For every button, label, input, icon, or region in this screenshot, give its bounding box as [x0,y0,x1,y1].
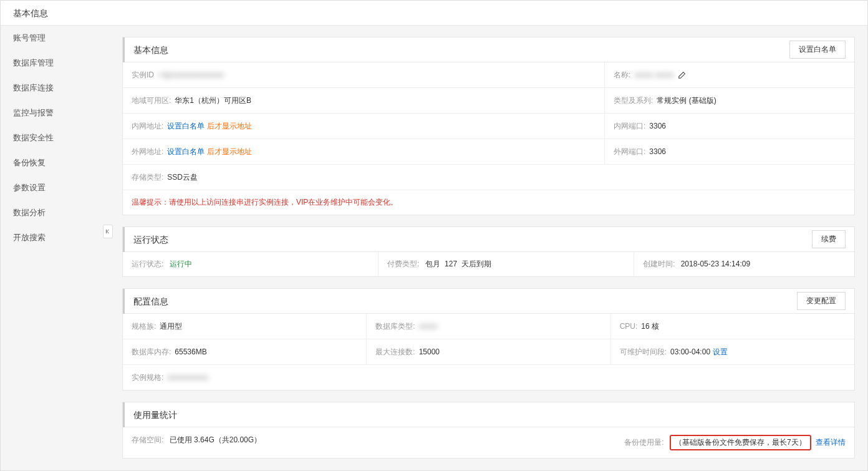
spec-label: 实例规格: [132,372,163,383]
extranet-port-value: 3306 [649,147,666,156]
paytype-suffix: 天后到期 [461,260,491,268]
section-basic-title: 基本信息 [123,37,168,62]
name-label: 名称: [614,70,630,80]
maint-label: 可维护时间段: [620,347,667,357]
type-value: 常规实例 (基础版) [657,95,716,106]
maint-value: 03:00-04:00 [670,347,710,356]
spec-value: xxxxxxxxxxx [167,373,208,382]
family-label: 规格族: [132,321,156,332]
sidebar-item-dbconn[interactable]: 数据库连接 [1,75,110,100]
sidebar-item-opensearch[interactable]: 开放搜索 [1,225,110,250]
edit-icon[interactable] [678,70,687,79]
sidebar-item-database[interactable]: 数据库管理 [1,51,110,75]
maint-set-link[interactable]: 设置 [713,347,728,357]
sidebar-item-params[interactable]: 参数设置 [1,175,110,200]
usage-storage-label: 存储空间: [132,435,163,444]
maxconn-label: 最大连接数: [375,347,415,357]
intranet-port-value: 3306 [649,122,666,130]
run-status-label: 运行状态: [132,260,163,268]
extranet-whitelist-link[interactable]: 设置白名单 [167,147,205,157]
intranet-addr-label: 内网地址: [132,121,163,132]
section-usage-title: 使用量统计 [123,402,177,427]
backup-note: （基础版备份文件免费保存，最长7天） [675,438,806,447]
extranet-port-label: 外网端口: [614,147,645,157]
cpu-label: CPU: [620,322,638,331]
intranet-port-label: 内网端口: [614,121,645,132]
intranet-whitelist-link[interactable]: 设置白名单 [167,121,205,132]
cpu-value: 16 核 [641,321,659,332]
extranet-addr-after: 后才显示地址 [207,147,252,157]
section-config-title: 配置信息 [123,289,168,314]
backup-label: 备份使用量: [624,438,663,447]
paytype-prefix: 包月 [425,260,440,268]
dbtype-label: 数据库类型: [375,321,415,332]
storage-value: SSD云盘 [167,172,198,183]
name-value: xxxxx xxxxx [634,70,673,79]
extranet-addr-label: 外网地址: [132,147,163,157]
storage-label: 存储类型: [132,172,163,183]
section-run-title: 运行状态 [123,227,168,252]
section-config: 配置信息 变更配置 规格族: 通用型 数据库类型: xxxxx CPU: 16 … [122,288,855,391]
section-usage: 使用量统计 存储空间: 已使用 3.64G（共20.00G） 备份使用量: （基… [122,402,855,459]
maxconn-value: 15000 [419,347,440,356]
backup-detail-link[interactable]: 查看详情 [816,438,846,447]
run-status-value: 运行中 [170,260,192,268]
dbtype-value: xxxxx [419,322,438,331]
backup-note-box: （基础版备份文件免费保存，最长7天） [670,435,811,450]
sidebar-item-monitor[interactable]: 监控与报警 [1,100,110,125]
renew-button[interactable]: 续费 [812,230,846,248]
paytype-days: 127 [445,260,457,268]
usage-storage-value: 已使用 3.64G（共20.00G） [170,435,261,444]
intranet-addr-after: 后才显示地址 [207,121,252,132]
page-title: 基本信息 [13,8,48,18]
section-basic: 基本信息 设置白名单 实例ID r-bp1xxxxxxxxxxxxx 名称: x… [122,37,855,215]
paytype-label: 付费类型: [387,260,419,268]
sidebar: 账号管理 数据库管理 数据库连接 监控与报警 数据安全性 备份恢复 参数设置 数… [1,26,110,470]
family-value: 通用型 [160,321,182,332]
mem-value: 65536MB [175,347,206,356]
topbar: 基本信息 [1,1,867,26]
instance-id-label: 实例ID [132,70,154,80]
sidebar-item-analysis[interactable]: 数据分析 [1,200,110,225]
section-run: 运行状态 续费 运行状态: 运行中 付费类型: 包月 127 天后到期 创建时间… [122,226,855,277]
create-label: 创建时间: [643,260,675,268]
warm-tip: 温馨提示：请使用以上访问连接串进行实例连接，VIP在业务维护中可能会变化。 [123,190,854,215]
whitelist-button[interactable]: 设置白名单 [789,41,846,59]
sidebar-item-backup[interactable]: 备份恢复 [1,150,110,175]
change-config-button[interactable]: 变更配置 [797,292,846,310]
create-value: 2018-05-23 14:14:09 [681,260,750,268]
sidebar-item-account[interactable]: 账号管理 [1,26,110,51]
type-label: 类型及系列: [614,95,653,106]
region-value: 华东1（杭州）可用区B [175,95,251,106]
instance-id-value: r-bp1xxxxxxxxxxxxx [158,70,224,79]
collapse-toggle-icon[interactable] [103,225,113,238]
sidebar-item-security[interactable]: 数据安全性 [1,125,110,150]
mem-label: 数据库内存: [132,347,171,357]
region-label: 地域可用区: [132,95,171,106]
content: 基本信息 设置白名单 实例ID r-bp1xxxxxxxxxxxxx 名称: x… [110,26,867,470]
